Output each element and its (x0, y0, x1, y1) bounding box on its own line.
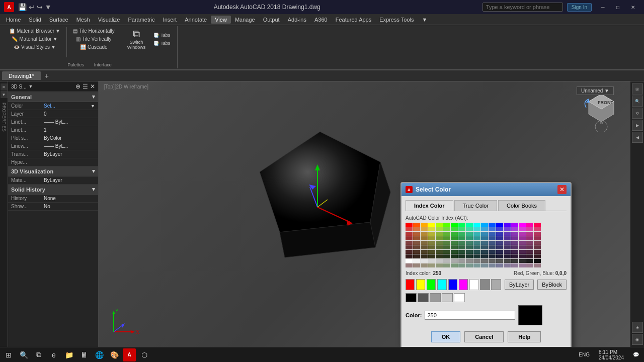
color-cell[interactable] (436, 263, 443, 267)
ribbon-btn-sheet-set[interactable]: 📋 Material Browser ▼ (6, 27, 63, 35)
color-cell[interactable] (473, 254, 480, 258)
color-cell[interactable] (421, 250, 428, 254)
color-cell[interactable] (489, 236, 496, 240)
color-cell[interactable] (458, 245, 465, 249)
sp-color-cyan[interactable] (437, 279, 446, 290)
color-cell[interactable] (481, 232, 488, 236)
color-cell[interactable] (481, 254, 488, 258)
color-cell[interactable] (428, 241, 435, 245)
sp-color-green[interactable] (427, 279, 436, 290)
color-cell[interactable] (504, 254, 511, 258)
bylayer-button[interactable]: ByLayer (505, 280, 534, 290)
color-cell[interactable] (481, 245, 488, 249)
strip-btn-1[interactable]: ✕ (1, 83, 8, 90)
color-cell[interactable] (413, 259, 420, 263)
menu-visualize[interactable]: Visualize (94, 16, 124, 24)
menu-express-tools[interactable]: Express Tools (375, 16, 418, 24)
menu-mesh[interactable]: Mesh (72, 16, 94, 24)
color-cell[interactable] (504, 245, 511, 249)
bw-black[interactable] (406, 293, 417, 302)
color-cell[interactable] (473, 250, 480, 254)
color-cell[interactable] (443, 254, 450, 258)
color-cell[interactable] (473, 245, 480, 249)
color-cell[interactable] (421, 245, 428, 249)
color-cell[interactable] (413, 254, 420, 258)
color-cell[interactable] (534, 254, 541, 258)
right-btn-bottom2[interactable]: ◉ (632, 334, 643, 345)
color-cell[interactable] (458, 250, 465, 254)
color-cell[interactable] (526, 250, 533, 254)
ribbon-btn-tile-v[interactable]: ▥ Tile Vertically (70, 35, 118, 43)
color-cell[interactable] (489, 241, 496, 245)
bw-white[interactable] (454, 293, 465, 302)
color-cell[interactable] (481, 227, 488, 231)
color-cell[interactable] (504, 232, 511, 236)
color-cell[interactable] (466, 227, 473, 231)
color-cell[interactable] (473, 227, 480, 231)
color-cell[interactable] (519, 241, 526, 245)
color-value-input[interactable] (425, 311, 515, 320)
color-cell[interactable] (504, 259, 511, 263)
unnamed-label[interactable]: Unnamed ▼ (577, 86, 614, 95)
menu-featured-apps[interactable]: Featured Apps (332, 16, 376, 24)
taskbar-lang[interactable]: ENG (576, 351, 593, 358)
section-solid-history[interactable]: Solid History ▾ (8, 185, 98, 195)
color-cell[interactable] (421, 241, 428, 245)
color-cell[interactable] (451, 241, 458, 245)
color-cell[interactable] (428, 245, 435, 249)
menu-surface[interactable]: Surface (45, 16, 72, 24)
color-cell[interactable] (413, 232, 420, 236)
color-cell[interactable] (534, 263, 541, 267)
menu-output[interactable]: Output (259, 16, 284, 24)
color-cell[interactable] (511, 223, 518, 227)
color-cell[interactable] (511, 263, 518, 267)
color-cell[interactable] (496, 223, 503, 227)
color-cell[interactable] (458, 259, 465, 263)
color-cell[interactable] (504, 250, 511, 254)
drawing-area[interactable]: [Top][2D Wireframe] (99, 81, 644, 347)
cancel-button[interactable]: Cancel (464, 331, 504, 342)
color-cell[interactable] (526, 245, 533, 249)
strip-btn-2[interactable]: ▼ (1, 91, 8, 98)
menu-more[interactable]: ▼ (418, 16, 432, 24)
color-cell[interactable] (436, 227, 443, 231)
color-cell[interactable] (406, 236, 413, 240)
color-cell[interactable] (428, 254, 435, 258)
edge-button[interactable]: e (47, 348, 60, 361)
sp-gray1[interactable] (480, 279, 490, 290)
color-cell[interactable] (458, 236, 465, 240)
ribbon-btn-tabs1[interactable]: 📑 Tabs (150, 32, 173, 39)
color-cell[interactable] (406, 227, 413, 231)
chrome-button[interactable]: 🌐 (93, 348, 106, 361)
close-button[interactable]: ✕ (626, 2, 640, 12)
keyword-search-input[interactable] (482, 3, 563, 12)
viewport-tab-drawing1[interactable]: Drawing1* (2, 71, 41, 80)
color-cell[interactable] (504, 263, 511, 267)
color-cell[interactable] (413, 241, 420, 245)
bw-lightgray[interactable] (442, 293, 453, 302)
color-cell[interactable] (496, 254, 503, 258)
color-cell[interactable] (443, 227, 450, 231)
color-cell[interactable] (436, 232, 443, 236)
menu-home[interactable]: Home (2, 16, 25, 24)
right-btn-2[interactable]: 🔍 (632, 96, 643, 107)
color-cell[interactable] (519, 254, 526, 258)
taskbar-notify-btn[interactable]: 💬 (630, 351, 642, 358)
color-cell[interactable] (428, 236, 435, 240)
color-cell[interactable] (413, 227, 420, 231)
panel-dropdown-arrow[interactable]: ▼ (29, 84, 33, 89)
color-cell[interactable] (443, 223, 450, 227)
color-cell[interactable] (428, 232, 435, 236)
menu-a360[interactable]: A360 (310, 16, 332, 24)
color-cell[interactable] (496, 236, 503, 240)
color-cell[interactable] (436, 250, 443, 254)
menu-view[interactable]: View (211, 16, 231, 24)
color-cell[interactable] (534, 245, 541, 249)
color-cell[interactable] (496, 232, 503, 236)
color-cell[interactable] (534, 259, 541, 263)
color-cell[interactable] (496, 241, 503, 245)
color-cell[interactable] (436, 259, 443, 263)
color-cell[interactable] (519, 227, 526, 231)
bw-darkgray[interactable] (418, 293, 429, 302)
ok-button[interactable]: OK (431, 331, 461, 342)
